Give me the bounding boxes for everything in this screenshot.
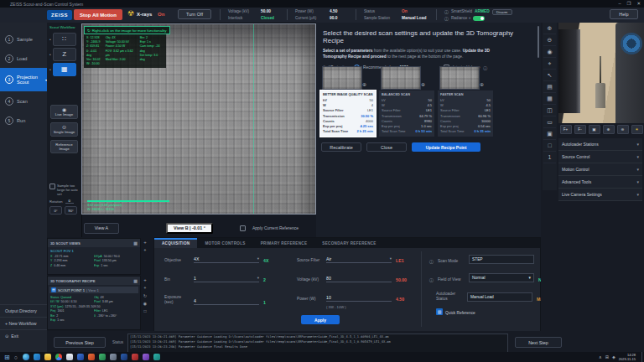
- scout-step-zstack[interactable]: • Z: [49, 48, 79, 61]
- ruler-icon[interactable]: ▭: [543, 116, 556, 128]
- taskbar-clock[interactable]: 14:28 2023-11-15: [619, 353, 636, 361]
- tray-expand-icon[interactable]: ∧: [599, 354, 602, 359]
- refresh-icon[interactable]: ↻: [143, 293, 147, 298]
- tray-volume-icon[interactable]: ◈: [612, 354, 615, 359]
- zoom-in-icon[interactable]: ⊕: [543, 23, 556, 34]
- box-icon[interactable]: □: [143, 308, 146, 313]
- turn-off-button[interactable]: Turn Off: [178, 9, 211, 19]
- status-log[interactable]: [15/11/2023 13:26:21.069] Parameter Guid…: [127, 334, 508, 353]
- add-icon[interactable]: +: [143, 240, 147, 245]
- layout-icon[interactable]: ◫: [543, 105, 556, 116]
- rotate-90-button[interactable]: 90°: [65, 206, 77, 215]
- accordion-autoloader-stations[interactable]: Autoloader Stations▾: [558, 138, 642, 151]
- accordion-live-camera-settings[interactable]: Live Camera Settings▾: [558, 189, 642, 201]
- scan-card-better-quality[interactable]: BETTER IMAGE QUALITY SCAN kV50 W4 Source…: [320, 90, 376, 137]
- grid-icon[interactable]: ▦: [133, 240, 138, 246]
- search-icon[interactable]: ○: [14, 354, 18, 360]
- smartshield-disarm-button[interactable]: Disarm: [492, 9, 512, 15]
- taskbar-app-icon[interactable]: [77, 354, 84, 360]
- tab-motor-controls[interactable]: MOTOR CONTROLS: [197, 238, 252, 248]
- histogram-icon[interactable]: ▤: [543, 81, 556, 93]
- accordion-source-control[interactable]: Source Control▾: [558, 151, 642, 163]
- autoloader-status-input[interactable]: Manual Load: [467, 292, 532, 302]
- tab-primary-reference[interactable]: PRIMARY REFERENCE: [253, 238, 315, 248]
- scan-preview-balanced[interactable]: [381, 66, 421, 90]
- sidebar-item-load[interactable]: 2 Load: [0, 49, 47, 68]
- recalibrate-button[interactable]: Recalibrate: [321, 142, 361, 152]
- box-icon[interactable]: □: [543, 140, 556, 152]
- taskbar-app-icon[interactable]: [132, 354, 138, 360]
- stop-all-motion-button[interactable]: Stop All Motion: [74, 9, 122, 20]
- taskbar-app-icon[interactable]: [153, 354, 160, 360]
- scan-preview-faster[interactable]: [439, 66, 480, 90]
- apply-button[interactable]: Apply: [301, 315, 340, 324]
- taskbar-app-icon[interactable]: [23, 354, 29, 360]
- save-icon[interactable]: ▣: [589, 125, 600, 134]
- start-button[interactable]: ⊞: [4, 354, 10, 361]
- view-a-button[interactable]: View A: [84, 223, 119, 234]
- tray-network-icon[interactable]: ⊞: [605, 354, 609, 359]
- output-directory-button[interactable]: Output Directory: [0, 304, 47, 317]
- taskbar-app-icon[interactable]: [121, 354, 127, 360]
- new-workflow-button[interactable]: + New Workflow: [0, 317, 47, 329]
- taskbar-app-icon[interactable]: [34, 354, 40, 360]
- tab-secondary-reference[interactable]: SECONDARY REFERENCE: [314, 238, 383, 248]
- cursor-icon[interactable]: ↖: [543, 70, 556, 81]
- accordion-advanced-tools[interactable]: Advanced Tools▾: [558, 176, 642, 189]
- field-of-view-dropdown[interactable]: Normal▾: [469, 273, 534, 282]
- close-icon[interactable]: ✕: [636, 1, 641, 6]
- bin-dropdown[interactable]: 1▾: [194, 276, 259, 282]
- camera-icon[interactable]: ◉: [543, 46, 556, 58]
- taskbar-app-icon[interactable]: [143, 354, 149, 360]
- maximize-icon[interactable]: ❐: [626, 1, 631, 6]
- scan-preview-quality[interactable]: [322, 66, 362, 90]
- scout-point-item[interactable]: ▤ SCOUT POINT 1 | View 1: [49, 287, 138, 293]
- previous-step-button[interactable]: Previous Step: [54, 337, 106, 348]
- single-view-icon[interactable]: 1: [543, 152, 556, 163]
- scan-card-balanced[interactable]: BALANCED SCAN kV50 W4.5 Source FilterLE1…: [379, 90, 434, 137]
- taskbar-app-icon[interactable]: [66, 354, 73, 360]
- taskbar-app-icon[interactable]: [110, 354, 117, 360]
- view-b-button[interactable]: View B | -0.01 °: [166, 223, 213, 234]
- reference-image-button[interactable]: Reference Image: [50, 140, 78, 153]
- add-icon[interactable]: +: [143, 277, 147, 282]
- sidebar-item-projection-scout[interactable]: 3 Projection Scout ▾: [0, 68, 47, 91]
- taskbar-app-icon[interactable]: [55, 354, 62, 360]
- accordion-motion-control[interactable]: Motion Control▾: [558, 163, 642, 176]
- focus-plus-button[interactable]: F+: [560, 125, 572, 134]
- quick-reference-icon[interactable]: ▥: [436, 308, 443, 315]
- tab-acquisition[interactable]: ACQUISITION: [154, 238, 197, 248]
- scout-step-matrix[interactable]: • ▦: [49, 63, 79, 76]
- update-recipe-point-button[interactable]: Update Recipe Point: [412, 142, 480, 152]
- scout-fov-item[interactable]: SCOUT FOV 1: [48, 247, 140, 254]
- chamber-camera-view[interactable]: [558, 23, 644, 123]
- exposure-input[interactable]: 4: [194, 298, 259, 305]
- source-filter-dropdown[interactable]: Air▾: [326, 256, 392, 263]
- sidebar-item-scan[interactable]: 4 Scan: [0, 91, 47, 111]
- radiance-toggle[interactable]: [473, 16, 485, 21]
- sidebar-item-run[interactable]: 5 Run: [0, 111, 47, 130]
- taskbar-app-icon[interactable]: [88, 354, 95, 360]
- sidebar-item-sample[interactable]: 1 Sample: [0, 29, 47, 49]
- exit-button[interactable]: ⊙ Exit: [0, 329, 47, 342]
- lamp-icon[interactable]: ☀: [631, 125, 643, 134]
- zoom-in-icon[interactable]: ⊕: [603, 125, 615, 134]
- annotate-icon[interactable]: ▣: [543, 128, 556, 140]
- taskbar-app-icon[interactable]: [44, 354, 51, 360]
- objective-dropdown[interactable]: 4X▾: [194, 256, 259, 263]
- zoom-out-icon[interactable]: ⊖: [617, 125, 629, 134]
- scout-step-points[interactable]: • ∷: [49, 33, 79, 46]
- recipe-scrollbar[interactable]: [538, 26, 539, 58]
- magnify-icon[interactable]: ⊕: [421, 81, 425, 87]
- voltage-input[interactable]: 80: [326, 276, 392, 282]
- target-icon[interactable]: ⌖: [144, 285, 147, 291]
- power-input[interactable]: 10: [326, 295, 392, 302]
- magnify-icon[interactable]: ⊕: [362, 81, 366, 87]
- scan-mode-input[interactable]: STEP: [469, 255, 534, 264]
- single-image-button[interactable]: ⊙ Single Image: [50, 122, 78, 137]
- grid-icon[interactable]: ▦: [133, 278, 138, 283]
- live-image-button[interactable]: ◉ Live Image: [50, 105, 78, 119]
- rotation-input[interactable]: 0: [65, 199, 74, 204]
- magnify-icon[interactable]: ⊕: [480, 81, 484, 87]
- minimize-icon[interactable]: –: [618, 1, 621, 6]
